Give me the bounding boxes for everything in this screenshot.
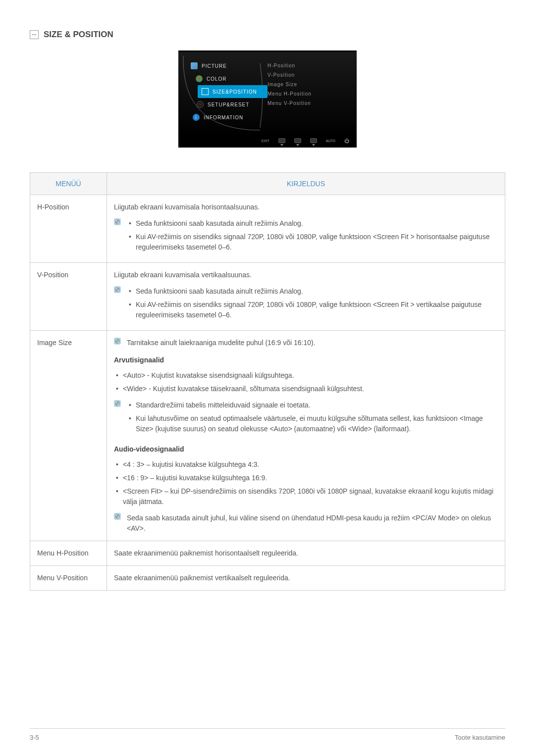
osd-footer: EXIT AUTO ⏻	[178, 136, 357, 148]
note-item: Standardrežiimi tabelis mitteleiduvaid s…	[127, 400, 498, 410]
osd-right-menu: H-Position V-Position Image Size Menu H-…	[268, 57, 357, 126]
menu-name: H-Position	[30, 195, 107, 263]
osd-menu-label: COLOR	[207, 76, 227, 82]
menu-desc: Liigutab ekraani kuvamisala horisontaals…	[107, 195, 505, 263]
osd-menu-label: PICTURE	[202, 63, 227, 69]
note-item: Kui AV-režiimis on sisendiks signaal 720…	[127, 232, 498, 252]
list-item: <Auto> - Kujutist kuvatakse sisendsignaa…	[114, 370, 498, 381]
section-header: SIZE & POSITION	[30, 30, 505, 40]
menu-name: V-Position	[30, 263, 107, 331]
note-text: Tarnitakse ainult laiekraaniga mudelite …	[127, 338, 498, 348]
osd-sub-item: V-Position	[268, 70, 352, 80]
note-icon	[114, 218, 121, 225]
osd-menu-color: COLOR	[196, 72, 268, 85]
osd-nav-icon	[278, 138, 285, 144]
footer-section: Toote kasutamine	[455, 734, 505, 741]
desc-intro: Liigutab ekraani kuvamisala horisontaals…	[114, 202, 498, 212]
list-item: <Screen Fit> – kui DP-sisendrežiimis on …	[114, 486, 498, 507]
osd-menu-picture: PICTURE	[191, 59, 268, 72]
osd-power-icon: ⏻	[344, 138, 349, 144]
osd-screenshot: PICTURE COLOR SIZE&POSITION SETUP&RESET	[30, 50, 505, 148]
osd-menu-label: INFORMATION	[204, 115, 243, 120]
osd-menu-label: SETUP&RESET	[208, 102, 249, 107]
osd-auto-label: AUTO	[326, 139, 335, 143]
menu-desc: Saate ekraanimenüü paiknemist horisontaa…	[107, 541, 505, 566]
osd-left-menu: PICTURE COLOR SIZE&POSITION SETUP&RESET	[178, 57, 268, 126]
osd-sub-item: Image Size	[268, 80, 352, 89]
table-header-menu: MENÜÜ	[30, 173, 107, 195]
list-item: <4 : 3> – kujutisi kuvatakse külgsuhtega…	[114, 459, 498, 470]
menu-desc: Tarnitakse ainult laiekraaniga mudelite …	[107, 331, 505, 541]
osd-menu-setupreset: SETUP&RESET	[197, 98, 268, 111]
setup-icon	[197, 101, 204, 108]
subsection-title: Audio-videosignaalid	[114, 444, 498, 454]
section-title: SIZE & POSITION	[44, 30, 113, 40]
osd-exit-label: EXIT	[262, 139, 269, 143]
osd-menu-information: i INFORMATION	[193, 111, 268, 124]
menu-desc: Saate ekraanimenüü paiknemist vertikaals…	[107, 566, 505, 591]
note-item: Seda funktsiooni saab kasutada ainult re…	[127, 218, 498, 229]
note-item: Kui lahutusvõime on seatud optimaalsele …	[127, 413, 498, 434]
table-header-desc: KIRJELDUS	[107, 173, 505, 195]
page-number: 3-5	[30, 734, 39, 741]
osd-sub-item: Menu V-Position	[268, 99, 352, 108]
desc-intro: Liigutab ekraani kuvamisala vertikaalsuu…	[114, 270, 498, 280]
note-icon	[114, 286, 121, 293]
size-icon	[202, 88, 209, 95]
note-item: Seda funktsiooni saab kasutada ainult re…	[127, 286, 498, 297]
list-item: <16 : 9> – kujutisi kuvatakse külgsuhteg…	[114, 473, 498, 483]
note-item: Kui AV-režiimis on sisendiks signaal 720…	[127, 300, 498, 320]
page-footer: 3-5 Toote kasutamine	[30, 728, 505, 741]
table-row: V-Position Liigutab ekraani kuvamisala v…	[30, 263, 505, 331]
table-row: Menu H-Position Saate ekraanimenüü paikn…	[30, 541, 505, 566]
osd-nav-icon	[310, 138, 317, 144]
settings-table: MENÜÜ KIRJELDUS H-Position Liigutab ekra…	[30, 172, 505, 591]
note-icon	[114, 400, 121, 407]
table-row: Menu V-Position Saate ekraanimenüü paikn…	[30, 566, 505, 591]
note-icon	[114, 338, 121, 345]
menu-desc: Liigutab ekraani kuvamisala vertikaalsuu…	[107, 263, 505, 331]
color-icon	[196, 75, 203, 82]
list-item: <Wide> - Kujutist kuvatakse täisekraanil…	[114, 384, 498, 394]
table-row: H-Position Liigutab ekraani kuvamisala h…	[30, 195, 505, 263]
osd-nav-icon	[294, 138, 301, 144]
info-icon: i	[193, 114, 200, 121]
note-text: Seda saab kasutada ainult juhul, kui väl…	[127, 513, 498, 534]
menu-name: Menu H-Position	[30, 541, 107, 566]
note-icon	[114, 513, 121, 520]
picture-icon	[191, 62, 198, 69]
menu-name: Image Size	[30, 331, 107, 541]
osd-menu-sizeposition: SIZE&POSITION	[198, 85, 268, 98]
osd-sub-item: Menu H-Position	[268, 89, 352, 99]
size-position-icon	[30, 30, 39, 39]
subsection-title: Arvutisignaalid	[114, 355, 498, 365]
osd-sub-item: H-Position	[268, 61, 352, 70]
menu-name: Menu V-Position	[30, 566, 107, 591]
table-row: Image Size Tarnitakse ainult laiekraanig…	[30, 331, 505, 541]
osd-menu-label: SIZE&POSITION	[213, 89, 257, 95]
